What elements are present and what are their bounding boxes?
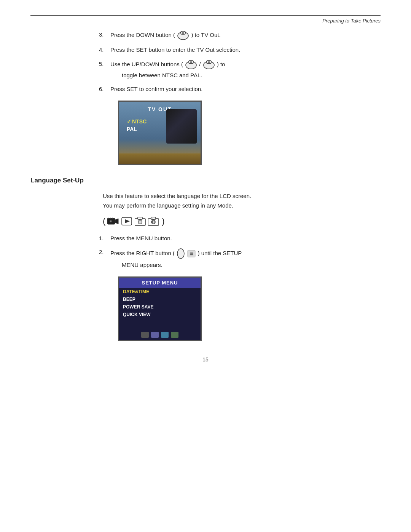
- step-6: 6. Press SET to confirm your selection.: [99, 85, 381, 94]
- svg-text:▦: ▦: [207, 61, 210, 64]
- setup-menu-list: DATE&TIMEBEEPPOWER SAVEQUICK VIEW: [119, 288, 201, 318]
- setup-menu-item: BEEP: [119, 296, 201, 303]
- setup-icon-3: [161, 332, 169, 338]
- lang-step-1: 1. Press the MENU button.: [99, 234, 381, 243]
- step-5-content: Use the UP/DOWN buttons ( ▦ / ▦ ) to tog…: [110, 60, 381, 80]
- lang-step-2-num: 2.: [99, 248, 110, 257]
- tvout-camera-image: [166, 109, 197, 144]
- svg-text:M: M: [152, 218, 155, 221]
- down-button-icon-2: ▦: [203, 60, 215, 70]
- svg-point-13: [108, 217, 110, 219]
- step-4: 4. Press the SET button to enter the TV …: [99, 46, 381, 54]
- setup-menu-item: DATE&TIME: [119, 288, 201, 296]
- step-6-num: 6.: [99, 85, 110, 94]
- step-5-toggle: toggle between NTSC and PAL.: [122, 71, 381, 80]
- setup-menu-item: QUICK VIEW: [119, 311, 201, 318]
- setup-bottom-icons: [119, 332, 201, 338]
- mode-icons-row: (: [103, 216, 381, 227]
- setup-icon-4: [171, 332, 178, 338]
- step-4-num: 4.: [99, 46, 110, 54]
- svg-text:A: A: [139, 218, 141, 221]
- step-3: 3. Press the DOWN button ( ▦ ) to TV Out…: [99, 30, 381, 40]
- setup-inner: SETUP MENU DATE&TIMEBEEPPOWER SAVEQUICK …: [119, 278, 201, 340]
- language-desc-2: You may perform the language setting in …: [103, 201, 381, 211]
- svg-text:▦: ▦: [182, 32, 185, 34]
- setup-menu-item: POWER SAVE: [119, 303, 201, 311]
- language-section-title: Language Set-Up: [30, 177, 381, 184]
- setup-icon-2: [151, 332, 159, 338]
- step-6-content: Press SET to confirm your selection.: [110, 85, 381, 94]
- svg-point-15: [112, 217, 113, 219]
- page: Preparing to Take Pictures 3. Press the …: [0, 0, 411, 532]
- lang-step-1-num: 1.: [99, 234, 110, 243]
- step-5-num: 5.: [99, 60, 110, 69]
- tvout-screen: TV OUT NTSC PAL: [119, 102, 201, 164]
- step-4-content: Press the SET button to enter the TV Out…: [110, 46, 381, 54]
- step-3-content: Press the DOWN button ( ▦ ) to TV Out.: [110, 30, 381, 40]
- camera-a-icon: A: [134, 216, 147, 227]
- setup-icon: ▦: [187, 250, 196, 257]
- lang-step-2-content: Press the RIGHT button ( ▦ ) until the S…: [110, 248, 381, 270]
- svg-point-26: [152, 221, 155, 223]
- up-button-icon: ▦: [185, 60, 197, 70]
- play-mode-icon: [121, 216, 133, 227]
- video-mode-icon: [107, 216, 119, 227]
- tvout-steps: 3. Press the DOWN button ( ▦ ) to TV Out…: [99, 30, 381, 94]
- header-title: Preparing to Take Pictures: [30, 18, 381, 24]
- page-number: 15: [30, 356, 381, 363]
- language-desc: Use this feature to select the language …: [103, 191, 381, 211]
- svg-point-21: [139, 221, 141, 223]
- header-rule: [30, 15, 381, 16]
- svg-text:▦: ▦: [190, 61, 193, 64]
- right-button-icon: [177, 248, 185, 259]
- setup-icon-1: [141, 332, 149, 338]
- language-desc-1: Use this feature to select the language …: [103, 191, 381, 201]
- lang-step-2: 2. Press the RIGHT button ( ▦ ) until th…: [99, 248, 381, 270]
- down-button-icon: ▦: [177, 30, 189, 40]
- svg-point-14: [110, 217, 112, 219]
- camera-m-icon: M: [148, 216, 160, 227]
- modes-close-paren: ): [162, 216, 164, 226]
- setup-title: SETUP MENU: [119, 278, 201, 288]
- modes-open-paren: (: [103, 216, 105, 226]
- tvout-screenshot: TV OUT NTSC PAL: [118, 101, 202, 165]
- setup-screenshot: SETUP MENU DATE&TIMEBEEPPOWER SAVEQUICK …: [118, 276, 202, 341]
- svg-marker-12: [115, 219, 118, 224]
- step-5: 5. Use the UP/DOWN buttons ( ▦ / ▦ ) to …: [99, 60, 381, 80]
- lang-step-1-content: Press the MENU button.: [110, 234, 381, 243]
- lang-step-2-cont: MENU appears.: [122, 261, 381, 270]
- svg-text:▦: ▦: [190, 252, 193, 256]
- step-3-num: 3.: [99, 30, 110, 39]
- language-steps: 1. Press the MENU button. 2. Press the R…: [99, 234, 381, 270]
- svg-point-11: [110, 220, 112, 222]
- svg-point-28: [177, 249, 184, 259]
